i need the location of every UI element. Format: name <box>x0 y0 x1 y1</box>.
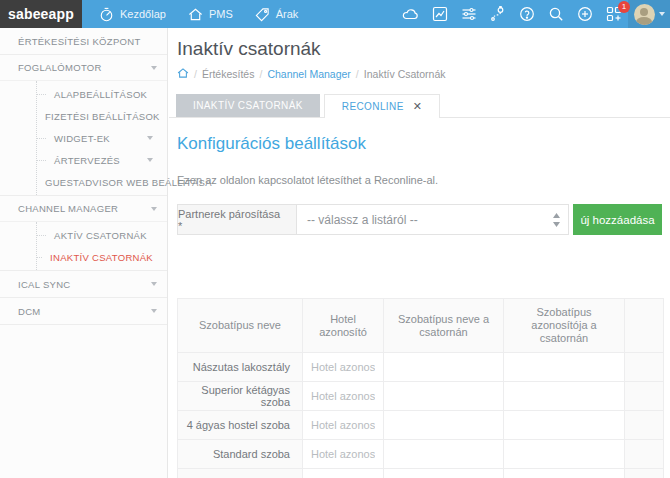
main-menu: Kezdőlap PMS Árak <box>82 0 309 28</box>
sidebar-item-értékesítési-központ[interactable]: ÉRTÉKESÍTÉSI KÖZPONT <box>0 28 167 54</box>
sidebar-item-inaktív-csatornák[interactable]: INAKTÍV CSATORNÁK <box>37 246 167 268</box>
search-icon[interactable] <box>541 0 570 28</box>
sidebar-item-foglalómotor[interactable]: FOGLALÓMOTOR <box>0 55 167 81</box>
room-type-name: Nászutas lakosztály <box>178 353 303 382</box>
chevron-down-icon <box>151 309 157 313</box>
user-menu[interactable] <box>628 0 670 28</box>
sidebar-item-guestadvisor-web-beállítása[interactable]: GUESTADVISOR WEB BEÁLLÍTÁSA <box>37 171 167 193</box>
select-arrows-icon <box>552 213 561 230</box>
section-heading: Konfigurációs beállítások <box>177 134 662 154</box>
section-description: Ezen az oldalon kapcsolatot létesíthet a… <box>177 174 662 186</box>
app-logo[interactable]: sabeeapp <box>0 0 82 28</box>
table-row: Nászutas lakosztály <box>178 353 664 382</box>
sidebar-item-ical-sync[interactable]: ICAL SYNC <box>0 271 167 297</box>
column-header-actions <box>625 299 664 353</box>
home-icon[interactable] <box>177 67 189 81</box>
channel-room-id-input[interactable] <box>504 440 624 468</box>
room-mapping-table: Szobatípus neveHotel azonosítóSzobatípus… <box>177 298 664 478</box>
sidebar-item-alapbeállítások[interactable]: ALAPBEÁLLÍTÁSOK <box>37 83 167 105</box>
close-icon[interactable]: ✕ <box>413 101 423 112</box>
partner-select[interactable]: -- válassz a listáról -- <box>296 204 569 235</box>
channel-room-id-input[interactable] <box>504 469 624 478</box>
chevron-down-icon <box>151 282 157 286</box>
row-action-cell <box>625 469 664 478</box>
chevron-down-icon <box>151 66 157 70</box>
table-row: Standard szoba <box>178 440 664 469</box>
sidebar-item-ártervezés[interactable]: ÁRTERVEZÉS <box>37 149 167 171</box>
table-header: Szobatípus neveHotel azonosítóSzobatípus… <box>178 299 664 353</box>
table-body: Nászutas lakosztálySuperior kétágyas szo… <box>178 353 664 478</box>
column-header: Szobatípus azonosítója a csatornán <box>504 299 625 353</box>
table-row: 4 ágyas hostel szoba <box>178 411 664 440</box>
room-type-name: 4 ágyas hostel szoba <box>178 411 303 440</box>
chevron-down-icon <box>659 12 665 16</box>
row-action-cell <box>625 353 664 382</box>
chevron-down-icon <box>147 136 153 140</box>
row-action-cell <box>625 440 664 469</box>
tag-icon <box>255 7 270 22</box>
tab-inaktiv-csatornak[interactable]: INAKTÍV CSATORNÁK <box>176 94 320 117</box>
table-row: Superior kétágyas szoba <box>178 382 664 411</box>
page-title: Inaktív csatornák <box>177 38 662 60</box>
sidebar-item-widget-ek[interactable]: WIDGET-EK <box>37 127 167 149</box>
channel-room-name-input[interactable] <box>384 353 503 381</box>
column-header: Hotel azonosító <box>303 299 384 353</box>
row-action-cell <box>625 411 664 440</box>
table-row: Családi lakosztály <box>178 469 664 478</box>
column-header: Szobatípus neve a csatornán <box>384 299 504 353</box>
menu-item-arak[interactable]: Árak <box>244 0 310 28</box>
home-icon <box>188 7 203 22</box>
room-type-name: Családi lakosztály <box>178 469 303 478</box>
notification-badge: 1 <box>618 1 630 13</box>
breadcrumb-item[interactable]: Értékesítés <box>202 68 255 80</box>
plus-circle-icon[interactable] <box>570 0 599 28</box>
sidebar-item-fizetési-beállítások[interactable]: FIZETÉSI BEÁLLÍTÁSOK <box>37 105 167 127</box>
avatar <box>634 4 655 25</box>
partner-pairing-row: Partnerek párosítása * -- válassz a list… <box>177 204 662 235</box>
main-content: Inaktív csatornák / Értékesítés / Channe… <box>169 28 670 478</box>
chevron-down-icon <box>147 158 153 162</box>
channel-room-name-input[interactable] <box>384 469 503 478</box>
menu-item-kezdolap[interactable]: Kezdőlap <box>88 0 177 28</box>
route-icon[interactable] <box>483 0 512 28</box>
chevron-down-icon <box>151 207 157 211</box>
hotel-id-input[interactable] <box>303 382 383 410</box>
breadcrumb-item[interactable]: Channel Manager <box>267 68 350 80</box>
menu-item-pms[interactable]: PMS <box>177 0 244 28</box>
tab-reconline[interactable]: RECONLINE ✕ <box>324 94 441 118</box>
row-action-cell <box>625 382 664 411</box>
gauge-icon <box>99 7 114 22</box>
channel-room-name-input[interactable] <box>384 411 503 439</box>
cloud-icon[interactable] <box>396 0 425 28</box>
channel-room-name-input[interactable] <box>384 382 503 410</box>
breadcrumb: / Értékesítés / Channel Manager / Inaktí… <box>177 67 662 81</box>
help-icon[interactable] <box>512 0 541 28</box>
tab-bar: INAKTÍV CSATORNÁK RECONLINE ✕ <box>169 94 670 118</box>
chart-icon[interactable] <box>425 0 454 28</box>
sidebar-item-aktív-csatornák[interactable]: AKTÍV CSATORNÁK <box>37 224 167 246</box>
sidebar-item-dcm[interactable]: DCM <box>0 298 167 324</box>
hotel-id-input[interactable] <box>303 440 383 468</box>
channel-room-id-input[interactable] <box>504 353 624 381</box>
room-type-name: Standard szoba <box>178 440 303 469</box>
sidebar-item-channel-manager[interactable]: CHANNEL MANAGER <box>0 196 167 222</box>
channel-room-name-input[interactable] <box>384 440 503 468</box>
room-type-name: Superior kétágyas szoba <box>178 382 303 411</box>
sidebar-nav: ÉRTÉKESÍTÉSI KÖZPONTFOGLALÓMOTORALAPBEÁL… <box>0 28 168 478</box>
top-navbar: sabeeapp Kezdőlap PMS Árak <box>0 0 670 28</box>
navbar-actions: 1 <box>396 0 670 28</box>
hotel-id-input[interactable] <box>303 469 383 478</box>
apps-icon[interactable]: 1 <box>599 0 628 28</box>
add-new-button[interactable]: új hozzáadása <box>573 204 662 235</box>
hotel-id-input[interactable] <box>303 353 383 381</box>
channel-room-id-input[interactable] <box>504 411 624 439</box>
sliders-icon[interactable] <box>454 0 483 28</box>
page-header: Inaktív csatornák / Értékesítés / Channe… <box>169 28 670 81</box>
breadcrumb-item: Inaktív Csatornák <box>364 68 446 80</box>
partner-pairing-label: Partnerek párosítása * <box>177 204 296 235</box>
tab-content: Konfigurációs beállítások Ezen az oldalo… <box>169 118 670 478</box>
channel-room-id-input[interactable] <box>504 382 624 410</box>
column-header: Szobatípus neve <box>178 299 303 353</box>
hotel-id-input[interactable] <box>303 411 383 439</box>
